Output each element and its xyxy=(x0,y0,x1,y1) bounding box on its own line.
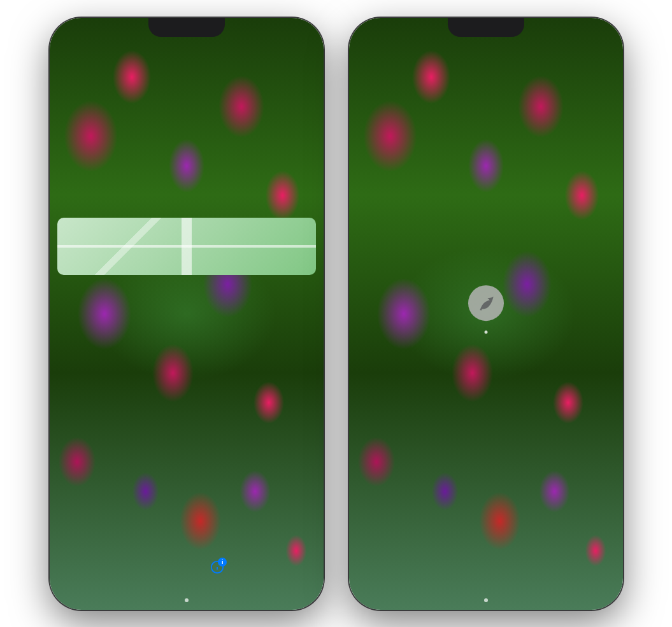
lookup-connector-dot xyxy=(484,330,487,334)
visual-lookup-leaf-icon xyxy=(477,294,495,312)
map-preview[interactable] xyxy=(57,218,316,275)
photo-indicator-dot-2 xyxy=(484,598,488,602)
info-active-badge: i xyxy=(218,558,227,567)
phone-notch-2 xyxy=(448,18,524,37)
phone-1: Add a Caption Look Up – Plant › Monday •… xyxy=(50,18,324,610)
phone-screen-1: Add a Caption Look Up – Plant › Monday •… xyxy=(50,18,324,610)
visual-lookup-badge[interactable] xyxy=(468,285,504,321)
phone-notch xyxy=(148,18,225,37)
photo-indicator-dot xyxy=(185,598,189,602)
flower-background xyxy=(50,18,324,610)
phone-screen-2: Results × Siri Knowledge Show More Fuchs… xyxy=(349,18,623,610)
phone-2: Results × Siri Knowledge Show More Fuchs… xyxy=(349,18,623,610)
info-button[interactable]: i xyxy=(210,560,224,578)
map-roads-overlay xyxy=(57,218,316,275)
